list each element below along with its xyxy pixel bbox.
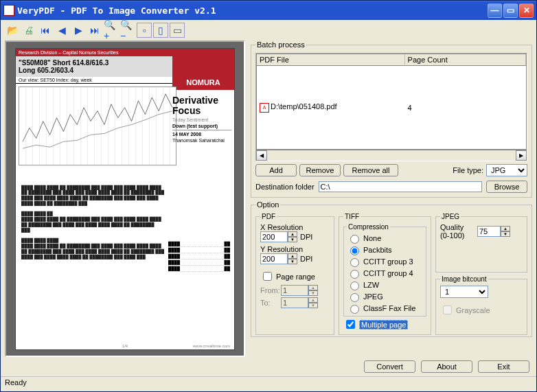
col-page-count[interactable]: Page Count	[405, 54, 526, 66]
first-page-icon[interactable]: ⏮	[38, 23, 53, 38]
xres-label: X Resolution	[260, 223, 330, 231]
grayscale-label: Grayscale	[456, 306, 490, 314]
grayscale-checkbox	[443, 305, 452, 314]
page-range-checkbox[interactable]	[263, 272, 272, 281]
app-icon	[3, 5, 14, 16]
quality-input[interactable]	[477, 226, 501, 237]
comp-lzw[interactable]	[350, 281, 359, 290]
zoom-out-icon[interactable]: 🔍−	[120, 23, 135, 38]
print-icon[interactable]: 🖨	[21, 23, 36, 38]
browse-button[interactable]: Browse	[486, 181, 527, 193]
prev-page-icon[interactable]: ◀	[54, 23, 69, 38]
xres-input[interactable]	[260, 231, 288, 242]
h-scrollbar[interactable]: ◀ ▶	[256, 150, 527, 161]
remove-all-button[interactable]: Remove all	[343, 164, 398, 176]
scroll-left-icon[interactable]: ◀	[256, 150, 267, 161]
derivative-focus: Derivative Focus Today Sentiment Down (t…	[172, 95, 231, 145]
file-table[interactable]: PDF File Page Count AD:\temp\051408.pdf …	[256, 54, 527, 150]
bitcount-select[interactable]: 1	[440, 286, 488, 298]
yres-label: Y Resolution	[260, 245, 330, 253]
page-range-label: Page range	[276, 273, 315, 281]
option-group: Option PDF X Resolution ▲▼ DPI Y Resolut…	[251, 200, 532, 337]
option-legend: Option	[255, 200, 280, 209]
comp-classf[interactable]	[350, 305, 359, 314]
toolbar: 📂 🖨 ⏮ ◀ ▶ ⏭ 🔍+ 🔍− ▫ ▯ ▭	[1, 20, 536, 41]
minimize-button[interactable]: —	[488, 3, 502, 18]
close-button[interactable]: ✕	[519, 3, 534, 18]
next-page-icon[interactable]: ▶	[71, 23, 86, 38]
preview-pane: NOMURA Research Division – Capital Nomur…	[5, 41, 245, 357]
brand-box: NOMURA	[172, 49, 234, 90]
add-button[interactable]: Add	[255, 164, 297, 176]
pdf-icon: A	[260, 103, 269, 113]
status-bar: Ready	[1, 376, 536, 391]
last-page-icon[interactable]: ⏭	[87, 23, 102, 38]
pdf-group: PDF X Resolution ▲▼ DPI Y Resolution ▲▼ …	[255, 213, 334, 335]
comp-ccitt3[interactable]	[350, 258, 359, 267]
yres-spinner[interactable]: ▲▼	[288, 253, 297, 264]
from-input	[281, 285, 308, 296]
actual-size-icon[interactable]: ▫	[137, 23, 152, 38]
tiff-group: TIFF Compression None Packbits CCITT gro…	[339, 213, 431, 335]
multipage-label: Multiple page	[359, 320, 408, 330]
to-input	[281, 297, 308, 308]
page-footer: 1/4 www.cnsailtime.com	[16, 344, 234, 348]
zoom-in-icon[interactable]: 🔍+	[104, 23, 119, 38]
compression-group: Compression None Packbits CCITT group 3 …	[343, 223, 426, 316]
comp-jpeg[interactable]	[350, 293, 359, 302]
pdf-page-preview: NOMURA Research Division – Capital Nomur…	[15, 48, 235, 350]
fit-width-icon[interactable]: ▭	[170, 23, 185, 38]
table-row[interactable]: AD:\temp\051408.pdf 4	[257, 66, 526, 149]
side-table: ██████ ██████ ██████ ██████ ██████	[168, 241, 230, 272]
maximize-button[interactable]: ▭	[503, 3, 518, 18]
open-icon[interactable]: 📂	[5, 23, 20, 38]
batch-legend: Batch process	[255, 41, 306, 49]
bottom-bar: Convert About Exit	[1, 357, 536, 376]
fit-page-icon[interactable]: ▯	[153, 23, 168, 38]
comp-ccitt4[interactable]	[350, 270, 359, 279]
scroll-right-icon[interactable]: ▶	[516, 150, 527, 161]
filetype-label: File type:	[453, 166, 483, 174]
yres-input[interactable]	[260, 253, 288, 264]
dest-input[interactable]	[319, 181, 482, 192]
status-text: Ready	[5, 378, 27, 387]
quality-spinner[interactable]: ▲▼	[501, 226, 510, 237]
quality-label: Quality (0-100)	[440, 223, 475, 240]
bitcount-group: Image bitcount 1 Grayscale	[435, 275, 527, 335]
filetype-select[interactable]: JPG	[486, 164, 527, 176]
dest-label: Destination folder	[255, 183, 315, 191]
chart-preview	[19, 87, 176, 165]
convert-button[interactable]: Convert	[364, 360, 415, 373]
col-pdf-file[interactable]: PDF File	[257, 54, 405, 66]
window-title: VeryPDF - PDF To Image Converter v2.1	[17, 5, 488, 16]
batch-process-group: Batch process PDF File Page Count AD:\te…	[251, 41, 532, 198]
exit-button[interactable]: Exit	[478, 360, 529, 373]
body-text: ████ ████ ████ ██ ████████ ███ ████ ███ …	[16, 183, 170, 263]
about-button[interactable]: About	[421, 360, 472, 373]
jpeg-group: JPEG Quality (0-100) ▲▼	[435, 213, 527, 273]
comp-packbits[interactable]	[350, 246, 359, 255]
remove-button[interactable]: Remove	[299, 164, 341, 176]
comp-none[interactable]	[350, 235, 359, 244]
xres-spinner[interactable]: ▲▼	[288, 231, 297, 242]
title-bar: VeryPDF - PDF To Image Converter v2.1 — …	[1, 1, 536, 20]
multipage-checkbox[interactable]	[346, 320, 355, 329]
